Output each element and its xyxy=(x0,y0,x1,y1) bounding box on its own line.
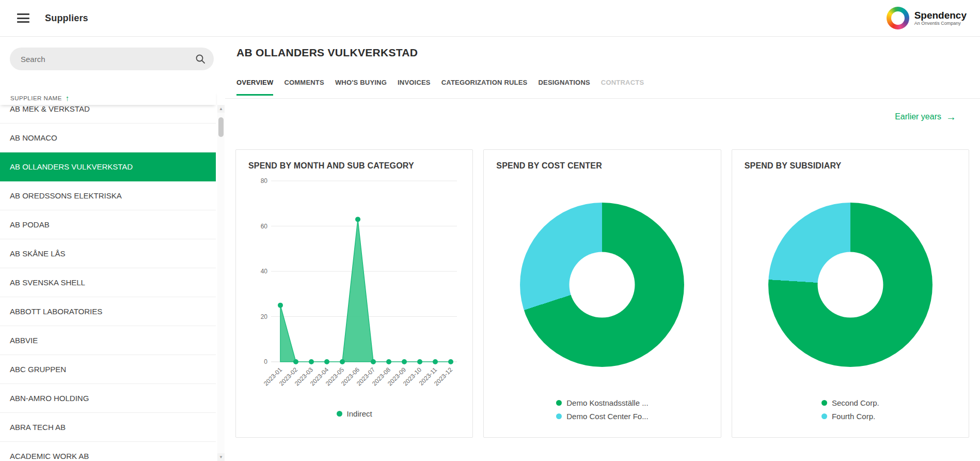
card-title: SPEND BY SUBSIDIARY xyxy=(745,161,956,171)
svg-text:20: 20 xyxy=(261,313,268,320)
brand-logo: Spendency An Onventis Company xyxy=(887,7,967,29)
supplier-row[interactable]: ABC GRUPPEN xyxy=(0,355,216,384)
supplier-list: AB MEK & VERKSTADAB NOMACOAB OLLANDERS V… xyxy=(0,105,216,461)
search-box xyxy=(10,48,214,70)
supplier-row[interactable]: AB SVENSKA SHELL xyxy=(0,268,216,297)
legend-label: Demo Cost Center Fo... xyxy=(566,412,648,421)
supplier-row[interactable]: AB OLLANDERS VULKVERKSTAD xyxy=(0,152,216,181)
menu-icon[interactable] xyxy=(17,11,29,25)
earlier-years-link[interactable]: Earlier years → xyxy=(895,112,956,122)
sidebar-scrollbar[interactable]: ▲ ▼ xyxy=(217,105,225,461)
supplier-row[interactable]: AB SKÅNE LÅS xyxy=(0,239,216,268)
legend-item[interactable]: Fourth Corp. xyxy=(821,412,879,421)
app-window: Suppliers Spendency An Onventis Company … xyxy=(0,0,980,461)
arrow-right-icon: → xyxy=(946,112,956,122)
card-title: SPEND BY MONTH AND SUB CATEGORY xyxy=(248,161,460,171)
sort-label: SUPPLIER NAME xyxy=(10,95,62,101)
supplier-row[interactable]: AB PODAB xyxy=(0,210,216,239)
tab-contracts: CONTRACTS xyxy=(601,79,644,96)
tab-designations[interactable]: DESIGNATIONS xyxy=(538,79,590,96)
spend-by-month-card: SPEND BY MONTH AND SUB CATEGORY 02040608… xyxy=(235,149,473,438)
card-title: SPEND BY COST CENTER xyxy=(496,161,708,171)
cost-center-legend: Demo Kostnadsställe ...Demo Cost Center … xyxy=(556,398,648,421)
subsidiary-donut-chart xyxy=(768,203,932,367)
tab-who-s-buying[interactable]: WHO'S BUYING xyxy=(335,79,387,96)
cost-center-donut-chart xyxy=(520,203,684,367)
legend-label: Demo Kostnadsställe ... xyxy=(566,398,648,407)
svg-text:80: 80 xyxy=(261,177,268,185)
spend-by-cost-center-card: SPEND BY COST CENTER Demo Kostnadsställe… xyxy=(483,149,721,438)
legend-item[interactable]: Demo Cost Center Fo... xyxy=(556,412,648,421)
scroll-up-icon[interactable]: ▲ xyxy=(217,105,225,113)
scrollbar-thumb[interactable] xyxy=(218,117,224,137)
tabs-divider xyxy=(225,98,980,99)
subsidiary-legend: Second Corp.Fourth Corp. xyxy=(821,398,879,421)
legend-dot xyxy=(337,411,342,417)
sort-ascending-icon: ↑ xyxy=(66,94,70,102)
top-bar: Suppliers Spendency An Onventis Company xyxy=(0,0,980,37)
legend-item[interactable]: Demo Kostnadsställe ... xyxy=(556,398,648,407)
supplier-row[interactable]: ABN-AMRO HOLDING xyxy=(0,384,216,413)
supplier-row[interactable]: ACADEMIC WORK AB xyxy=(0,442,216,461)
brand-tagline: An Onventis Company xyxy=(914,21,967,26)
spendency-logo-icon xyxy=(887,7,909,29)
supplier-row[interactable]: AB OREDSSONS ELEKTRISKA xyxy=(0,181,216,210)
sort-header-supplier-name[interactable]: SUPPLIER NAME ↑ xyxy=(0,91,216,105)
legend-label: Fourth Corp. xyxy=(832,412,875,421)
tab-comments[interactable]: COMMENTS xyxy=(284,79,324,96)
page-title: AB OLLANDERS VULKVERKSTAD xyxy=(236,47,418,59)
legend-dot xyxy=(556,400,562,406)
search-icon[interactable] xyxy=(195,53,206,65)
supplier-row[interactable]: AB NOMACO xyxy=(0,124,216,152)
tab-invoices[interactable]: INVOICES xyxy=(398,79,431,96)
search-input[interactable] xyxy=(10,48,214,70)
tab-categorization-rules[interactable]: CATEGORIZATION RULES xyxy=(441,79,528,96)
brand-name: Spendency xyxy=(914,10,967,21)
dashboard-cards: SPEND BY MONTH AND SUB CATEGORY 02040608… xyxy=(235,149,969,438)
supplier-row[interactable]: AB MEK & VERKSTAD xyxy=(0,105,216,124)
legend-item[interactable]: Second Corp. xyxy=(821,398,879,407)
supplier-row[interactable]: ABRA TECH AB xyxy=(0,413,216,442)
app-title: Suppliers xyxy=(45,13,88,24)
legend-dot xyxy=(556,413,562,419)
svg-text:40: 40 xyxy=(261,268,268,275)
tabs: OVERVIEWCOMMENTSWHO'S BUYINGINVOICESCATE… xyxy=(236,79,970,96)
supplier-row[interactable]: ABBOTT LABORATORIES xyxy=(0,297,216,326)
scroll-down-icon[interactable]: ▼ xyxy=(217,453,225,461)
svg-text:0: 0 xyxy=(264,358,267,365)
legend-dot xyxy=(821,413,827,419)
supplier-detail-panel: AB OLLANDERS VULKVERKSTAD OVERVIEWCOMMEN… xyxy=(225,36,980,461)
area-chart: 0204060802023-012023-022023-032023-04202… xyxy=(248,173,460,408)
legend-label: Second Corp. xyxy=(832,398,879,407)
svg-text:60: 60 xyxy=(261,223,268,230)
area-chart-legend: Indirect xyxy=(248,409,460,418)
supplier-sidebar: SUPPLIER NAME ↑ AB MEK & VERKSTADAB NOMA… xyxy=(0,36,226,461)
spend-by-subsidiary-card: SPEND BY SUBSIDIARY Second Corp.Fourth C… xyxy=(732,149,969,438)
legend-label[interactable]: Indirect xyxy=(347,409,372,418)
earlier-years-label: Earlier years xyxy=(895,112,941,121)
tab-overview[interactable]: OVERVIEW xyxy=(236,79,273,96)
supplier-row[interactable]: ABBVIE xyxy=(0,326,216,355)
legend-dot xyxy=(821,400,827,406)
